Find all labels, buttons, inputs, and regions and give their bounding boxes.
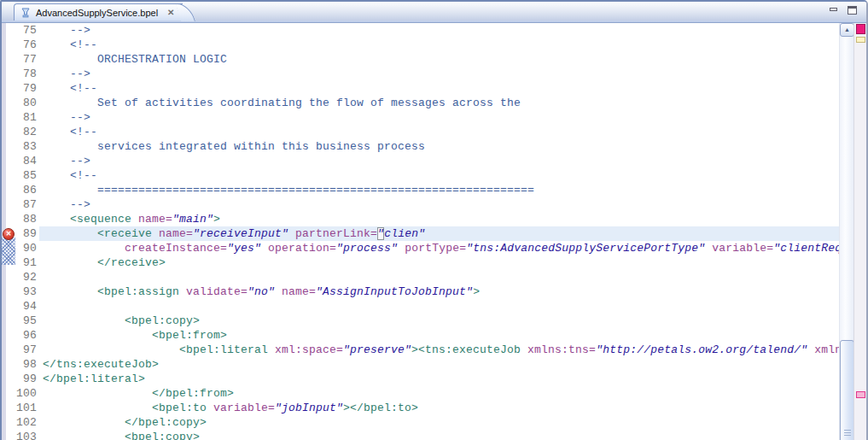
code-line[interactable]: Set of activities coordinating the flow … — [39, 96, 839, 110]
code-line[interactable]: <receive name="receiveInput" partnerLink… — [39, 226, 839, 241]
code-token: xmlns:tns= — [527, 343, 596, 356]
code-token: ></bpel:to> — [343, 402, 418, 414]
code-line[interactable]: <bpel:copy> — [39, 314, 839, 328]
code-line[interactable] — [39, 299, 839, 314]
code-token: --> — [43, 67, 90, 80]
code-line[interactable] — [39, 270, 839, 285]
code-line[interactable]: <bpel:from> — [39, 328, 839, 343]
code-token: --> — [43, 24, 90, 37]
code-token: variable= — [213, 402, 275, 414]
line-number: 86 — [16, 183, 37, 197]
error-marker-icon[interactable]: ✕ — [3, 228, 15, 240]
code-line[interactable]: <bpel:literal xml:space="preserve"><tns:… — [39, 343, 839, 357]
minimize-button[interactable] — [829, 6, 839, 15]
maximize-button[interactable] — [848, 6, 858, 15]
code-token: services integrated within this business… — [43, 140, 425, 153]
code-token: </bpel:literal> — [43, 373, 145, 385]
tab-close-icon[interactable]: ✕ — [167, 9, 174, 17]
code-token: > — [213, 213, 220, 226]
code-line[interactable]: <bpel:to variable="jobInput"></bpel:to> — [39, 401, 839, 415]
code-token: ><tns:executeJob — [411, 343, 527, 356]
code-token: <!-- — [43, 82, 97, 95]
line-number: 85 — [16, 168, 37, 183]
code-line[interactable]: <bpel:copy> — [39, 430, 839, 440]
line-number: 75 — [16, 23, 37, 38]
line-number: 93 — [16, 285, 37, 299]
line-number: 98 — [16, 357, 37, 372]
code-line[interactable]: </bpel:literal> — [39, 372, 839, 386]
code-token: --> — [43, 155, 90, 167]
line-number-gutter[interactable]: 7576777879808182838485868788899091929394… — [16, 23, 39, 440]
line-number: 82 — [16, 125, 37, 139]
code-token — [398, 242, 405, 255]
code-token: xmlns — [814, 343, 839, 356]
tab-advancedsupplyservice-bpel[interactable]: AdvancedSupplyService.bpel ✕ — [14, 3, 183, 21]
code-token: "jobInput" — [275, 402, 343, 414]
code-token: name= — [282, 285, 316, 298]
code-token — [275, 285, 282, 298]
code-token: </bpel:copy> — [43, 416, 207, 429]
code-token: </bpel:from> — [43, 387, 234, 400]
line-number: 100 — [16, 386, 37, 401]
code-line[interactable]: --> — [39, 197, 839, 212]
code-token: <!-- — [43, 38, 97, 51]
code-area[interactable]: --> <!-- ORCHESTRATION LOGIC --> <!-- Se… — [39, 23, 839, 440]
code-token: Set of activities coordinating the flow … — [43, 97, 521, 109]
code-token: "receiveInput" — [193, 227, 288, 240]
vertical-scrollbar[interactable]: ▲ — [839, 23, 853, 440]
code-token: <!-- — [43, 169, 97, 182]
code-token: <bpel:copy> — [43, 431, 200, 440]
header-error-summary-marker[interactable] — [856, 24, 865, 34]
code-line[interactable]: </receive> — [39, 255, 839, 270]
code-line[interactable]: createInstance="yes" operation="process"… — [39, 241, 839, 255]
line-number: 95 — [16, 314, 37, 328]
code-line[interactable]: --> — [39, 110, 839, 125]
code-token: </tns:executeJob> — [43, 358, 159, 371]
line-number: 79 — [16, 81, 37, 96]
code-line[interactable]: <!-- — [39, 125, 839, 139]
code-token: "process" — [336, 242, 398, 255]
code-line[interactable]: <!-- — [39, 38, 839, 52]
code-token — [43, 242, 125, 255]
code-token: variable= — [712, 242, 773, 255]
code-line[interactable]: <!-- — [39, 168, 839, 183]
code-token: <bpel:assign — [43, 285, 186, 298]
code-line[interactable]: ========================================… — [39, 183, 839, 197]
line-number: 99 — [16, 372, 37, 386]
code-line[interactable]: --> — [39, 154, 839, 168]
code-token: createInstance= — [125, 242, 227, 255]
code-line[interactable]: services integrated within this business… — [39, 139, 839, 154]
code-token: <sequence — [43, 213, 138, 226]
code-token: "yes" — [227, 242, 261, 255]
line-number: 97 — [16, 343, 37, 357]
code-line[interactable]: <!-- — [39, 81, 839, 96]
code-line[interactable]: --> — [39, 67, 839, 81]
code-token: <bpel:copy> — [43, 314, 200, 327]
code-token: validate= — [186, 285, 248, 298]
source-editor: ✕ 75767778798081828384858687888990919293… — [2, 23, 866, 440]
code-line[interactable]: ORCHESTRATION LOGIC — [39, 52, 839, 67]
annotation-ruler[interactable]: ✕ — [2, 23, 16, 440]
code-token: "http://petals.ow2.org/talend/" — [596, 343, 807, 356]
code-token: operation= — [268, 242, 336, 255]
line-number: 78 — [16, 67, 37, 81]
code-token: xml:space= — [275, 343, 343, 356]
header-warning-summary-marker[interactable] — [856, 37, 865, 43]
scrollbar-up-arrow[interactable]: ▲ — [840, 23, 854, 37]
line-number: 77 — [16, 52, 37, 67]
code-token: > — [473, 285, 480, 298]
scrollbar-thumb[interactable] — [840, 340, 854, 440]
code-line[interactable]: <bpel:assign validate="no" name="AssignI… — [39, 285, 839, 299]
line-marker-marker[interactable] — [856, 391, 865, 398]
code-token: "clientReq — [773, 242, 839, 255]
code-token: ORCHESTRATION LOGIC — [43, 53, 227, 66]
code-token: name= — [159, 227, 193, 240]
code-line[interactable]: --> — [39, 23, 839, 38]
overview-ruler[interactable] — [853, 23, 866, 440]
code-line[interactable]: </bpel:from> — [39, 386, 839, 401]
code-line[interactable]: <sequence name="main"> — [39, 212, 839, 226]
line-number: 102 — [16, 415, 37, 430]
code-line[interactable]: </bpel:copy> — [39, 415, 839, 430]
code-token: --> — [43, 111, 90, 124]
code-line[interactable]: </tns:executeJob> — [39, 357, 839, 372]
